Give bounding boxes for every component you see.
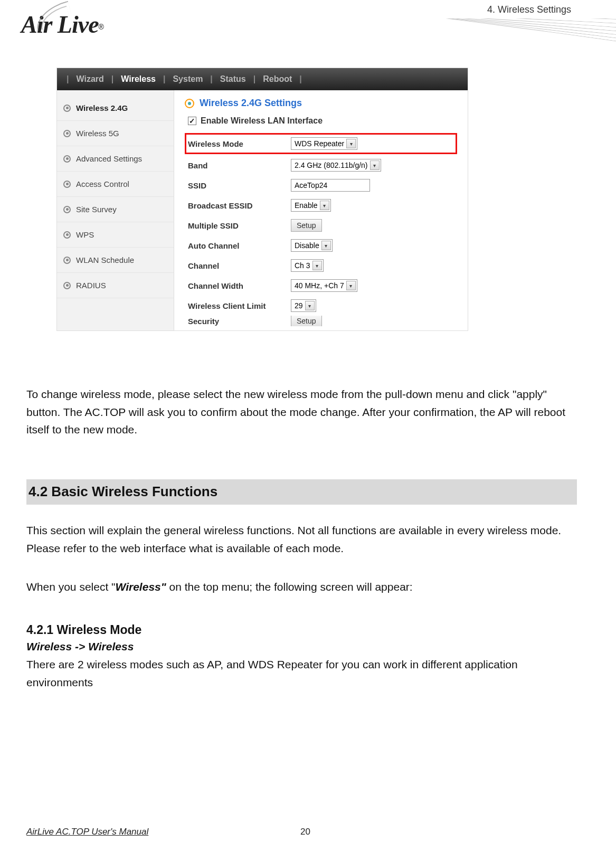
enable-label: Enable Wireless LAN Interface bbox=[201, 116, 323, 126]
sidebar-item-label: Wireless 2.4G bbox=[76, 103, 128, 112]
row-channel: Channel Ch 3▾ bbox=[185, 255, 457, 276]
sidebar-item-advanced-settings[interactable]: Advanced Settings bbox=[57, 146, 174, 172]
radio-icon bbox=[63, 181, 71, 188]
registered-mark: ® bbox=[99, 23, 104, 31]
radio-icon bbox=[63, 130, 71, 137]
top-nav: | Wizard | Wireless | System | Status | … bbox=[57, 68, 468, 90]
select-band[interactable]: 2.4 GHz (802.11b/g/n)▾ bbox=[291, 159, 381, 172]
sidebar-item-label: WPS bbox=[76, 230, 94, 239]
row-broadcast-essid: Broadcast ESSID Enable▾ bbox=[185, 195, 457, 215]
row-multiple-ssid: Multiple SSID Setup bbox=[185, 215, 457, 235]
radio-icon bbox=[63, 257, 71, 264]
paragraph-section-intro: This section will explain the general wi… bbox=[26, 522, 576, 557]
select-wireless-mode[interactable]: WDS Repeater▾ bbox=[291, 137, 357, 150]
page-footer: AirLive AC.TOP User's Manual 20 bbox=[26, 827, 584, 837]
paragraph-wireless-select: When you select "Wireless" on the top me… bbox=[26, 578, 576, 596]
sidebar-item-radius[interactable]: RADIUS bbox=[57, 273, 174, 298]
enable-checkbox[interactable] bbox=[188, 117, 196, 125]
sidebar-item-label: WLAN Schedule bbox=[76, 255, 134, 264]
chevron-down-icon: ▾ bbox=[312, 261, 322, 270]
select-client-limit[interactable]: 29▾ bbox=[291, 299, 316, 312]
decorative-mesh bbox=[148, 18, 616, 71]
radio-icon bbox=[63, 155, 71, 163]
select-broadcast-essid[interactable]: Enable▾ bbox=[291, 199, 331, 212]
manual-title: AirLive AC.TOP User's Manual bbox=[26, 827, 148, 837]
chevron-down-icon: ▾ bbox=[370, 160, 380, 170]
subsection-heading-4-2-1: 4.2.1 Wireless Mode bbox=[26, 620, 576, 640]
panel-title-text: Wireless 2.4G Settings bbox=[200, 98, 302, 109]
label-channel-width: Channel Width bbox=[188, 281, 291, 290]
wireless-icon bbox=[185, 99, 194, 108]
paragraph-modes-desc: There are 2 wireless modes such as AP, a… bbox=[26, 656, 576, 691]
sidebar-item-wireless-24g[interactable]: Wireless 2.4G bbox=[57, 96, 174, 121]
row-band: Band 2.4 GHz (802.11b/g/n)▾ bbox=[185, 155, 457, 175]
sidebar-item-label: Wireless 5G bbox=[76, 129, 119, 138]
nav-status[interactable]: Status bbox=[217, 74, 249, 84]
button-security-setup[interactable]: Setup bbox=[291, 316, 322, 326]
chevron-down-icon: ▾ bbox=[320, 201, 329, 210]
sidebar: Wireless 2.4G Wireless 5G Advanced Setti… bbox=[57, 90, 174, 330]
row-security: Security Setup bbox=[185, 316, 457, 326]
chapter-header: 4. Wireless Settings bbox=[487, 4, 571, 15]
sidebar-item-label: RADIUS bbox=[76, 281, 106, 290]
router-ui-screenshot: | Wizard | Wireless | System | Status | … bbox=[56, 68, 468, 331]
main-panel: Wireless 2.4G Settings Enable Wireless L… bbox=[174, 90, 468, 330]
page-number: 20 bbox=[300, 827, 310, 837]
label-ssid: SSID bbox=[188, 181, 291, 190]
radio-icon bbox=[63, 282, 71, 289]
row-client-limit: Wireless Client Limit 29▾ bbox=[185, 296, 457, 316]
row-auto-channel: Auto Channel Disable▾ bbox=[185, 235, 457, 255]
label-auto-channel: Auto Channel bbox=[188, 241, 291, 250]
sidebar-item-wps[interactable]: WPS bbox=[57, 222, 174, 248]
nav-system[interactable]: System bbox=[169, 74, 206, 84]
row-ssid: SSID AceTop24 bbox=[185, 175, 457, 195]
chevron-down-icon: ▾ bbox=[305, 301, 315, 310]
sidebar-item-label: Site Survey bbox=[76, 205, 117, 214]
enable-wireless-row: Enable Wireless LAN Interface bbox=[188, 116, 454, 126]
row-channel-width: Channel Width 40 MHz, +Ch 7▾ bbox=[185, 276, 457, 296]
sidebar-item-label: Advanced Settings bbox=[76, 154, 142, 163]
chevron-down-icon: ▾ bbox=[346, 139, 356, 148]
breadcrumb-path: Wireless -> Wireless bbox=[26, 638, 576, 656]
input-ssid[interactable]: AceTop24 bbox=[291, 179, 370, 192]
label-broadcast-essid: Broadcast ESSID bbox=[188, 201, 291, 210]
select-channel[interactable]: Ch 3▾ bbox=[291, 259, 324, 272]
sidebar-item-wlan-schedule[interactable]: WLAN Schedule bbox=[57, 248, 174, 273]
radio-icon bbox=[63, 105, 71, 112]
sidebar-item-access-control[interactable]: Access Control bbox=[57, 172, 174, 197]
radio-icon bbox=[63, 231, 71, 239]
button-multiple-ssid-setup[interactable]: Setup bbox=[291, 219, 322, 232]
select-auto-channel[interactable]: Disable▾ bbox=[291, 239, 333, 252]
paragraph-mode-change: To change wireless mode, please select t… bbox=[26, 385, 576, 439]
brand-logo: Air Live® bbox=[21, 11, 104, 39]
label-band: Band bbox=[188, 161, 291, 170]
chevron-down-icon: ▾ bbox=[321, 241, 331, 250]
select-channel-width[interactable]: 40 MHz, +Ch 7▾ bbox=[291, 279, 357, 292]
label-client-limit: Wireless Client Limit bbox=[188, 301, 291, 310]
sidebar-item-label: Access Control bbox=[76, 179, 129, 188]
sidebar-item-wireless-5g[interactable]: Wireless 5G bbox=[57, 121, 174, 146]
label-wireless-mode: Wireless Mode bbox=[188, 139, 291, 148]
chevron-down-icon: ▾ bbox=[346, 281, 356, 290]
panel-title: Wireless 2.4G Settings bbox=[185, 98, 457, 109]
nav-wizard[interactable]: Wizard bbox=[73, 74, 107, 84]
row-wireless-mode: Wireless Mode WDS Repeater▾ bbox=[185, 133, 457, 154]
label-multiple-ssid: Multiple SSID bbox=[188, 221, 291, 230]
radio-icon bbox=[63, 206, 71, 213]
sidebar-item-site-survey[interactable]: Site Survey bbox=[57, 197, 174, 222]
label-channel: Channel bbox=[188, 261, 291, 270]
nav-reboot[interactable]: Reboot bbox=[260, 74, 295, 84]
label-security: Security bbox=[188, 317, 291, 326]
section-heading-4-2: 4.2 Basic Wireless Functions bbox=[26, 479, 577, 505]
nav-wireless[interactable]: Wireless bbox=[118, 74, 159, 84]
